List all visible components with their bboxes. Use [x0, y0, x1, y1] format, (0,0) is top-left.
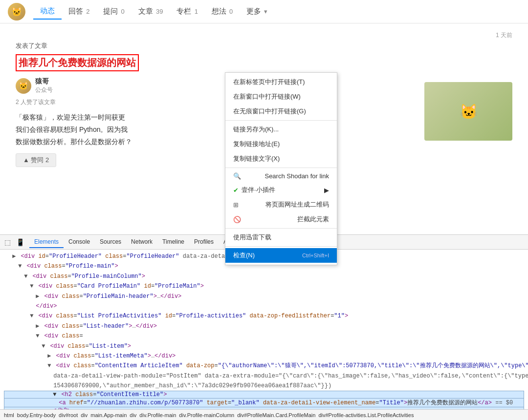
like-button[interactable]: ▲ 赞同 2	[16, 153, 56, 167]
tab-answers[interactable]: 回答 2	[62, 4, 96, 19]
qr-icon: ⊞	[233, 201, 239, 209]
context-menu-open-new-tab[interactable]: 在新标签页中打开链接(T)	[225, 75, 337, 89]
dom-line: </div>	[4, 301, 524, 311]
post-time: 1 天前	[16, 31, 512, 40]
breadcrumb-profile-main-col[interactable]: div.Profile-mainColumn	[179, 412, 234, 418]
breadcrumb-profile-main[interactable]: div.Profile-main	[139, 412, 176, 418]
post-title-box: 推荐几个免费数据源的网站	[16, 54, 139, 71]
author-info: 猿哥 公众号	[35, 77, 53, 94]
dom-line: ▼ <div class="Profile-mainColumn">	[4, 272, 524, 281]
devtools-device-icon[interactable]: 📱	[15, 237, 25, 248]
check-icon: ✔	[233, 187, 239, 194]
author-avatar: 🐱	[16, 78, 31, 94]
dom-line: ▶ <div class="List-itemMeta">…</div>	[4, 351, 524, 361]
context-menu-yiban[interactable]: ✔ 壹伴·小插件 ▶	[225, 183, 337, 197]
nav-avatar: 🐱	[8, 3, 25, 21]
tab-articles[interactable]: 文章 39	[132, 4, 170, 19]
dom-line: data-za-detail-view-path-module="PostIte…	[4, 371, 524, 381]
nav-tabs: 动态 回答 2 提问 0 文章 39 专栏 1 想法 0 更多 ▾	[33, 3, 274, 20]
dom-line: 1543068769000,\"author_member_hash_id\":…	[4, 381, 524, 391]
dom-line: ▼ <div class="Card ProfileMain" id="Prof…	[4, 281, 524, 291]
breadcrumb-div[interactable]: div	[81, 412, 88, 418]
breadcrumb-profile-activities[interactable]: div#Profile-activities.List.ProfileActiv…	[318, 412, 414, 418]
context-menu-open-new-window[interactable]: 在新窗口中打开链接(W)	[225, 89, 337, 104]
context-menu-inspect[interactable]: 检查(N) Ctrl+Shift+I	[225, 248, 337, 263]
context-menu-sep-2	[225, 168, 337, 168]
block-icon: 🚫	[233, 216, 241, 223]
context-menu-copy-link-text[interactable]: 复制链接文字(X)	[225, 151, 337, 166]
tab-console[interactable]: Console	[64, 236, 95, 248]
shodan-icon: 🔍	[233, 172, 241, 180]
tab-more[interactable]: 更多 ▾	[240, 4, 274, 19]
context-menu: 在新标签页中打开链接(T) 在新窗口中打开链接(W) 在无痕窗口中打开链接(G)…	[225, 72, 337, 265]
post-action: 发表了文章	[16, 42, 512, 50]
dom-line-contentitem: ▼ <div class="ContentItem ArticleItem" d…	[4, 361, 524, 371]
breadcrumb-body[interactable]: body.Entry-body	[17, 412, 56, 418]
dom-line-h2-selected: ▼ <h2 class="ContentItem-title">	[4, 391, 524, 399]
dom-line: ▶ <div class="List-header">…</div>	[4, 321, 524, 331]
context-menu-block[interactable]: 🚫 拦截此元素	[225, 212, 337, 227]
tab-columns[interactable]: 专栏 1	[170, 4, 204, 19]
tab-sources[interactable]: Sources	[95, 236, 126, 248]
tab-elements[interactable]: Elements	[29, 236, 64, 248]
breadcrumb-html[interactable]: html	[4, 412, 14, 418]
dom-line: ▶ <div class="ProfileMain-header">…</div…	[4, 292, 524, 301]
post-title[interactable]: 推荐几个免费数据源的网站	[17, 55, 138, 70]
post-area: 1 天前 发表了文章 推荐几个免费数据源的网站 🐱 猿哥 公众号 2 人赞了该文…	[0, 23, 528, 189]
context-menu-thunder[interactable]: 使用迅雷下载	[225, 230, 337, 245]
dom-tree[interactable]: ▶ <div id="ProfileHeader" class="Profile…	[0, 250, 528, 409]
tab-timeline[interactable]: Timeline	[157, 236, 189, 248]
breadcrumb-bar: html body.Entry-body div#root div main.A…	[0, 409, 528, 420]
dom-line-anchor-selected: <a href="//zhuanlan.zhihu.com/p/50773870…	[4, 399, 524, 407]
dom-line: ▼ <div class=	[4, 331, 524, 341]
devtools-icons: ⬚ 📱	[2, 237, 25, 248]
tab-network[interactable]: Network	[126, 236, 157, 248]
dom-line: ▼ <div class="List ProfileActivities" id…	[4, 311, 524, 321]
context-menu-sep-4	[225, 246, 337, 247]
post-thumbnail: 🐱	[424, 82, 512, 141]
context-menu-qr[interactable]: ⊞ 将页面网址生成二维码	[225, 197, 337, 212]
context-menu-copy-link-url[interactable]: 复制链接地址(E)	[225, 137, 337, 151]
context-menu-sep-3	[225, 228, 337, 229]
breadcrumb-div2[interactable]: div	[130, 412, 136, 418]
devtools-cursor-icon[interactable]: ⬚	[2, 237, 13, 248]
tab-profiles[interactable]: Profiles	[189, 236, 219, 248]
tab-activity[interactable]: 动态	[33, 3, 62, 20]
breadcrumb-main[interactable]: main.App-main	[90, 412, 127, 418]
breadcrumb-profile-main-card[interactable]: div#ProfileMain.Card.ProfileMain	[237, 412, 315, 418]
breadcrumb-root[interactable]: div#root	[59, 412, 78, 418]
dom-line: ▼ <div class="List-item">	[4, 341, 524, 351]
top-nav: 🐱 动态 回答 2 提问 0 文章 39 专栏 1 想法 0 更多 ▾	[0, 0, 528, 23]
context-menu-sep-1	[225, 120, 337, 121]
tab-thoughts[interactable]: 想法 0	[205, 4, 240, 19]
context-menu-open-incognito[interactable]: 在无痕窗口中打开链接(G)	[225, 104, 337, 119]
tab-questions[interactable]: 提问 0	[96, 4, 131, 19]
context-menu-shodan[interactable]: 🔍 Search Shodan for link	[225, 169, 337, 183]
context-menu-save-link[interactable]: 链接另存为(K)...	[225, 122, 337, 137]
